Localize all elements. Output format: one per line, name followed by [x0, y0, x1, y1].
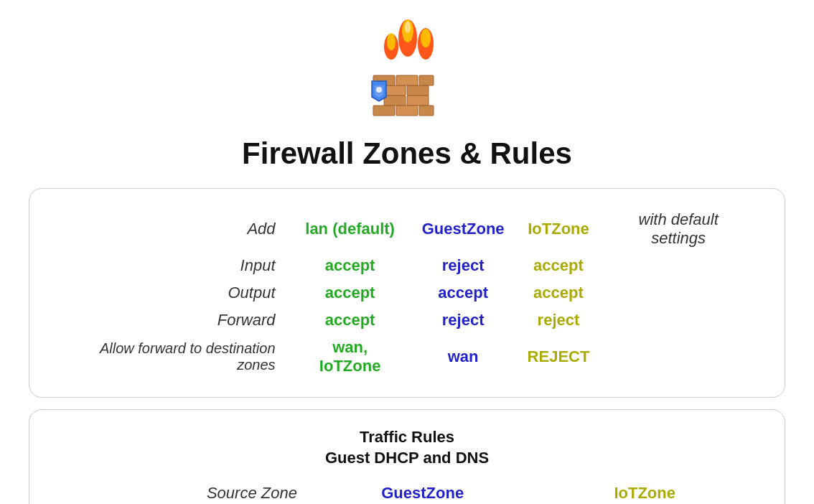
zones-label-output: Output	[58, 279, 290, 307]
svg-point-17	[376, 87, 382, 93]
zones-lan-add: lan (default)	[290, 206, 411, 252]
page-title: Firewall Zones & Rules	[242, 136, 572, 171]
zones-row-input: Input accept reject accept	[58, 252, 756, 279]
traffic-title-line2: Guest DHCP and DNS	[325, 449, 489, 467]
svg-rect-8	[396, 75, 418, 85]
zones-row-output: Output accept accept accept	[58, 279, 756, 307]
traffic-label-sourcezone: Source Zone	[58, 480, 312, 504]
zones-guest-forward: reject	[411, 307, 516, 334]
svg-rect-2	[373, 106, 395, 116]
zones-lan-forward: accept	[290, 307, 411, 334]
traffic-title: Traffic Rules Guest DHCP and DNS	[58, 427, 756, 468]
zones-lan-output: accept	[290, 279, 411, 307]
zones-row-allowforward: Allow forward to destination zones wan, …	[58, 334, 756, 380]
svg-point-11	[387, 33, 396, 50]
svg-rect-5	[384, 85, 406, 95]
zones-label-add: Add	[58, 206, 290, 252]
zones-lan-input: accept	[290, 252, 411, 279]
traffic-guest-sourcezone: GuestZone	[312, 480, 534, 504]
zones-suffix-forward	[601, 307, 756, 334]
zones-guest-add: GuestZone	[411, 206, 516, 252]
traffic-row-sourcezone: Source Zone GuestZone IoTZone	[58, 480, 756, 504]
zones-card: Add lan (default) GuestZone IoTZone with…	[29, 188, 785, 398]
zones-row-forward: Forward accept reject reject	[58, 307, 756, 334]
zones-label-forward: Forward	[58, 307, 290, 334]
svg-rect-3	[396, 106, 418, 116]
traffic-iot-sourcezone: IoTZone	[533, 480, 756, 504]
zones-label-input: Input	[58, 252, 290, 279]
zones-suffix-add: with default settings	[601, 206, 756, 252]
zones-iot-input: accept	[516, 252, 602, 279]
zones-row-add: Add lan (default) GuestZone IoTZone with…	[58, 206, 756, 252]
zones-iot-forward: reject	[516, 307, 602, 334]
svg-point-14	[405, 22, 411, 33]
svg-rect-0	[384, 95, 406, 106]
zones-suffix-input	[601, 252, 756, 279]
zones-label-allowforward: Allow forward to destination zones	[58, 334, 290, 380]
svg-point-16	[421, 29, 431, 47]
svg-rect-1	[407, 95, 429, 106]
zones-guest-output: accept	[411, 279, 516, 307]
zones-lan-allowforward: wan, IoTZone	[290, 334, 411, 380]
traffic-card: Traffic Rules Guest DHCP and DNS Source …	[29, 409, 785, 504]
zones-guest-allowforward: wan	[411, 334, 516, 380]
zones-suffix-allowforward	[601, 334, 756, 380]
svg-rect-9	[419, 75, 434, 85]
zones-iot-allowforward: REJECT	[516, 334, 602, 380]
zones-guest-input: reject	[411, 252, 516, 279]
svg-rect-4	[419, 106, 434, 116]
firewall-icon	[350, 14, 464, 129]
traffic-title-line1: Traffic Rules	[360, 428, 454, 446]
zones-table: Add lan (default) GuestZone IoTZone with…	[58, 206, 756, 380]
zones-suffix-output	[601, 279, 756, 307]
zones-iot-add: IoTZone	[516, 206, 602, 252]
svg-rect-6	[407, 85, 429, 95]
traffic-table: Source Zone GuestZone IoTZone Destinatio…	[58, 480, 756, 504]
zones-iot-output: accept	[516, 279, 602, 307]
